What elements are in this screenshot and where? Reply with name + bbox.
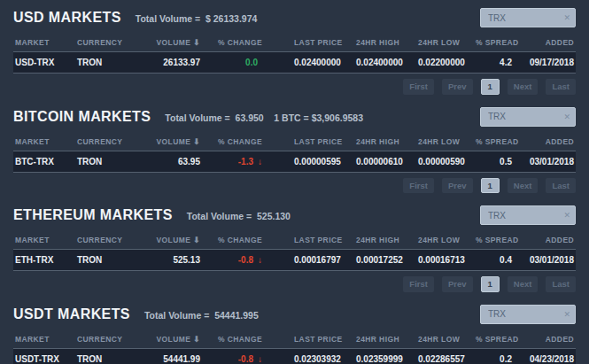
cell-last-price: 0.02303932 [264,348,354,364]
cell-market: USDT-TRX [13,348,75,364]
pagination-next-button[interactable]: Next [508,79,539,95]
section-title: BITCOIN MARKETS [13,109,151,125]
col-currency: CURRENCY [75,331,140,349]
col-last-price: LAST PRICE [264,134,354,151]
pagination-first-button[interactable]: First [403,276,434,292]
pagination: First Prev 1 Next Last [13,178,576,194]
market-table: MARKET CURRENCY VOLUME ⬇ % CHANGE LAST P… [13,35,576,74]
cell-last-price: 0.00016797 [264,250,354,271]
cell-24hr-low: 0.00000590 [416,151,474,172]
col-change: % CHANGE [202,331,264,349]
cell-change: -1.3↓ [202,151,264,172]
col-spread: % SPREAD [474,35,514,52]
market-table: MARKET CURRENCY VOLUME ⬇ % CHANGE LAST P… [13,134,576,173]
search-box: ✕ [480,205,576,225]
cell-currency: TRON [75,348,140,364]
col-24hr-high: 24HR HIGH [354,134,416,151]
section-title: USDT MARKETS [13,306,130,322]
cell-added: 03/01/2018 [514,151,576,172]
usd-markets-section: USD MARKETS Total Volume = $ 26133.974 ✕… [13,7,576,95]
cell-spread: 0.2 [474,348,514,364]
pagination-prev-button[interactable]: Prev [442,79,473,95]
table-row[interactable]: BTC-TRX TRON 63.95 -1.3↓ 0.00000595 0.00… [13,151,576,172]
clear-search-icon[interactable]: ✕ [563,310,570,318]
market-table: MARKET CURRENCY VOLUME ⬇ % CHANGE LAST P… [13,331,576,364]
pagination-prev-button[interactable]: Prev [442,178,473,194]
col-volume[interactable]: VOLUME ⬇ [140,331,202,349]
cell-24hr-high: 0.02359999 [354,348,416,364]
table-row[interactable]: ETH-TRX TRON 525.13 -0.8↓ 0.00016797 0.0… [13,250,576,271]
cell-last-price: 0.00000595 [264,151,354,172]
total-volume-label: Total Volume = 63.950 1 BTC = $3,906.958… [165,112,363,123]
col-spread: % SPREAD [474,134,514,151]
col-added: ADDED [514,134,576,151]
bitcoin-markets-section: BITCOIN MARKETS Total Volume = 63.950 1 … [13,106,576,194]
col-24hr-high: 24HR HIGH [354,331,416,349]
col-currency: CURRENCY [75,232,140,250]
col-change: % CHANGE [202,134,264,151]
change-down-icon: ↓ [258,157,262,167]
search-input[interactable] [480,107,576,127]
change-down-icon: ↓ [258,255,262,265]
pagination-page-1-button[interactable]: 1 [481,79,500,95]
table-header-row: MARKET CURRENCY VOLUME ⬇ % CHANGE LAST P… [13,232,576,250]
sort-desc-icon: ⬇ [193,335,200,344]
table-header-row: MARKET CURRENCY VOLUME ⬇ % CHANGE LAST P… [13,134,576,151]
pagination-next-button[interactable]: Next [508,178,539,194]
col-change: % CHANGE [202,35,264,52]
pagination-last-button[interactable]: Last [546,276,576,292]
pagination-first-button[interactable]: First [403,178,434,194]
col-added: ADDED [514,35,576,52]
sort-desc-icon: ⬇ [193,38,200,47]
search-input[interactable] [480,305,576,324]
cell-spread: 0.4 [474,250,514,271]
pagination-page-1-button[interactable]: 1 [481,276,500,292]
clear-search-icon[interactable]: ✕ [563,112,570,120]
cell-24hr-high: 0.00017252 [354,250,416,271]
col-volume[interactable]: VOLUME ⬇ [140,35,202,52]
ethereum-markets-section: ETHEREUM MARKETS Total Volume = 525.130 … [13,205,576,292]
cell-market: BTC-TRX [13,151,75,172]
pagination-last-button[interactable]: Last [546,79,576,95]
pagination-last-button[interactable]: Last [546,178,576,194]
cell-change: -0.8↓ [202,348,264,364]
usdt-markets-section: USDT MARKETS Total Volume = 54441.995 ✕ … [13,304,576,364]
cell-24hr-low: 0.02200000 [416,52,474,74]
col-added: ADDED [514,331,576,349]
section-header: BITCOIN MARKETS Total Volume = 63.950 1 … [13,106,576,128]
col-last-price: LAST PRICE [264,232,354,250]
cell-volume: 54441.99 [140,348,202,364]
col-currency: CURRENCY [75,35,140,52]
cell-change: -0.8↓ [202,250,264,271]
col-spread: % SPREAD [474,232,514,250]
pagination-next-button[interactable]: Next [508,276,539,292]
table-row[interactable]: USD-TRX TRON 26133.97 0.0 0.02400000 0.0… [13,52,576,74]
clear-search-icon[interactable]: ✕ [563,212,570,220]
cell-24hr-high: 0.00000610 [354,151,416,172]
col-volume[interactable]: VOLUME ⬇ [140,232,202,250]
cell-market: USD-TRX [13,52,75,74]
total-volume-label: Total Volume = 525.130 [187,211,291,221]
col-24hr-low: 24HR LOW [416,134,474,151]
col-change: % CHANGE [202,232,264,250]
section-title: USD MARKETS [13,10,121,26]
pagination-first-button[interactable]: First [403,79,434,95]
table-header-row: MARKET CURRENCY VOLUME ⬇ % CHANGE LAST P… [13,331,576,349]
table-header-row: MARKET CURRENCY VOLUME ⬇ % CHANGE LAST P… [13,35,576,52]
search-box: ✕ [480,8,576,27]
pagination-page-1-button[interactable]: 1 [481,178,500,194]
cell-volume: 26133.97 [140,52,202,74]
table-row[interactable]: USDT-TRX TRON 54441.99 -0.8↓ 0.02303932 … [13,348,576,364]
section-header: USDT MARKETS Total Volume = 54441.995 ✕ [13,304,576,325]
col-added: ADDED [514,232,576,250]
col-market: MARKET [13,331,75,349]
search-input[interactable] [480,205,576,225]
pagination-prev-button[interactable]: Prev [442,276,473,292]
search-input[interactable] [480,8,576,27]
section-title: ETHEREUM MARKETS [13,207,173,223]
col-24hr-high: 24HR HIGH [354,232,416,250]
search-box: ✕ [480,107,576,127]
section-header: ETHEREUM MARKETS Total Volume = 525.130 … [13,205,576,226]
col-volume[interactable]: VOLUME ⬇ [140,134,202,151]
clear-search-icon[interactable]: ✕ [563,14,570,22]
